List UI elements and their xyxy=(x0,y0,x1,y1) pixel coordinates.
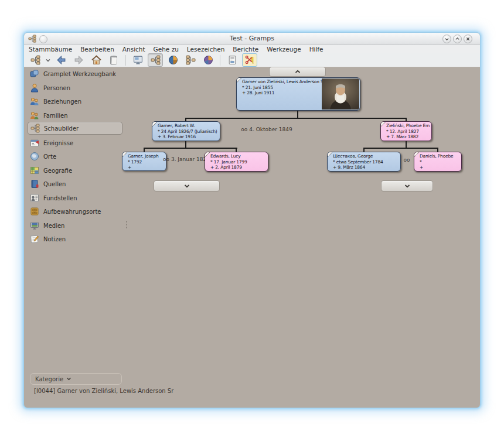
back-arrow-icon xyxy=(56,55,66,65)
toolbar-dropdown-button[interactable] xyxy=(45,54,51,66)
connector-line xyxy=(185,118,407,119)
person-birth: * 12. April 1827 xyxy=(386,129,430,135)
person-box-grandfather-maternal[interactable]: Шестаков, George * etwa September 1784 +… xyxy=(327,152,401,172)
person-death: + 2. April 1879 xyxy=(210,165,266,170)
titlebar[interactable]: Test - Gramps xyxy=(24,33,480,45)
sidebar-item-aufbewahrungsorte[interactable]: Aufbewahrungsorte xyxy=(28,205,122,218)
person-birth: * 24 April 1826/7 (Julianisch) xyxy=(158,129,218,135)
splitter-grip[interactable] xyxy=(125,220,128,228)
tools-button[interactable] xyxy=(242,53,257,67)
gramps-menu-button[interactable] xyxy=(28,53,43,67)
connector-line xyxy=(144,148,237,149)
sidebar-item-label: Geografie xyxy=(43,167,72,174)
minimize-button[interactable] xyxy=(442,35,451,43)
person-icon xyxy=(30,83,39,93)
person-death: + 9. März 1864 xyxy=(333,165,399,170)
chevron-up-icon xyxy=(455,37,459,41)
clipboard-button[interactable] xyxy=(106,53,121,67)
pedigree-view-button[interactable] xyxy=(148,53,163,67)
menubar: Stammbäume Bearbeiten Ansicht Gehe zu Le… xyxy=(24,45,480,53)
home-button[interactable] xyxy=(88,53,104,67)
collapse-ancestors-button[interactable] xyxy=(269,67,326,77)
status-bar: [I0044] Garner von Zieliński, Lewis Ande… xyxy=(34,388,173,394)
window-title: Test - Gramps xyxy=(24,35,480,42)
dashboard-view-button[interactable] xyxy=(130,53,145,67)
fanchart2-view-button[interactable] xyxy=(200,53,216,67)
person-death: + xyxy=(128,165,164,170)
person-box-grandmother-paternal[interactable]: Edwards, Lucy * 17. Januar 1799 + 2. Apr… xyxy=(205,152,268,172)
sidebar-item-medien[interactable]: Medien xyxy=(28,219,122,232)
sidebar-item-ereignisse[interactable]: Ereignisse xyxy=(28,136,122,149)
menu-werkzeuge[interactable]: Werkzeuge xyxy=(267,46,301,53)
sidebar-item-personen[interactable]: Personen xyxy=(28,81,122,94)
category-expander-button[interactable]: Kategorie xyxy=(30,373,122,385)
person-death: + xyxy=(420,165,459,170)
person-name: Garner, Robert W. xyxy=(158,123,218,129)
sidebar-item-label: Fundstellen xyxy=(43,195,77,201)
fanchart-view-icon xyxy=(168,55,178,65)
reports-icon xyxy=(227,55,237,65)
descendant-view-button[interactable] xyxy=(183,53,198,67)
marriage-label: oo xyxy=(401,157,413,163)
charts-icon xyxy=(30,124,40,133)
notes-icon xyxy=(30,234,39,244)
sidebar-item-label: Aufbewahrungsorte xyxy=(43,208,101,215)
sidebar-item-notizen[interactable]: Notizen xyxy=(28,233,122,245)
sidebar-item-familien[interactable]: Familien xyxy=(28,109,122,122)
person-name: Edwards, Lucy xyxy=(210,153,266,159)
menu-gehe-zu[interactable]: Gehe zu xyxy=(154,46,179,53)
connector-line xyxy=(363,148,438,149)
person-box-mother[interactable]: Zieliński, Phoebe Emily * 12. April 1827… xyxy=(380,121,432,141)
gramplet-icon xyxy=(30,69,39,78)
pedigree-view-icon xyxy=(151,55,161,65)
sidebar-item-label: Notizen xyxy=(43,236,66,242)
sidebar-item-schaubilder[interactable]: Schaubilder xyxy=(28,122,122,135)
chevron-down-icon xyxy=(445,37,449,41)
menu-lesezeichen[interactable]: Lesezeichen xyxy=(187,46,225,53)
back-button[interactable] xyxy=(53,53,69,67)
close-button[interactable] xyxy=(464,35,472,43)
sidebar-item-label: Gramplet Werkzeugbank xyxy=(43,71,116,77)
sidebar-item-label: Familien xyxy=(43,112,68,119)
clipboard-icon xyxy=(109,55,119,65)
gramps-window: Test - Gramps Stammbäume Bearbeiten Ansi… xyxy=(23,32,481,408)
toolbar-separator xyxy=(220,55,220,66)
person-box-father[interactable]: Garner, Robert W. * 24 April 1826/7 (Jul… xyxy=(152,121,220,141)
chevron-down-icon xyxy=(404,184,410,188)
expand-paternal-button[interactable] xyxy=(154,180,220,192)
menu-berichte[interactable]: Berichte xyxy=(233,46,258,53)
person-name: Шестаков, George xyxy=(333,153,399,159)
person-box-active[interactable]: Garner von Zieliński, Lewis Anderson Sr … xyxy=(236,77,360,111)
sidebar-item-label: Ereignisse xyxy=(43,140,73,146)
sidebar-item-fundstellen[interactable]: Fundstellen xyxy=(28,192,122,204)
maximize-button[interactable] xyxy=(453,35,462,43)
chevron-down-icon xyxy=(46,59,50,62)
menu-ansicht[interactable]: Ansicht xyxy=(122,46,145,53)
sidebar-item-orte[interactable]: Orte xyxy=(28,150,122,163)
citations-icon xyxy=(30,193,39,203)
category-label: Kategorie xyxy=(35,376,63,382)
fanchart-view-button[interactable] xyxy=(165,53,181,67)
person-box-grandmother-maternal[interactable]: Daniels, Phoebe * + xyxy=(414,152,462,172)
person-name: Garner von Zieliński, Lewis Anderson Sr xyxy=(242,79,328,85)
forward-arrow-icon xyxy=(74,55,84,65)
tools-icon xyxy=(245,55,255,65)
menu-hilfe[interactable]: Hilfe xyxy=(309,46,323,53)
media-icon xyxy=(30,221,39,230)
menu-stammbaeume[interactable]: Stammbäume xyxy=(29,46,72,53)
families-icon xyxy=(30,111,39,120)
sidebar-item-quellen[interactable]: Quellen xyxy=(28,177,122,190)
sidebar-item-beziehungen[interactable]: Beziehungen xyxy=(28,95,122,108)
forward-button[interactable] xyxy=(71,53,86,67)
sidebar-item-gramplets[interactable]: Gramplet Werkzeugbank xyxy=(28,67,122,80)
sources-icon xyxy=(30,179,39,189)
sidebar-item-label: Medien xyxy=(43,223,64,229)
chevron-up-icon xyxy=(295,70,301,74)
menu-bearbeiten[interactable]: Bearbeiten xyxy=(80,46,114,53)
person-birth: * etwa September 1784 xyxy=(333,159,399,165)
expand-maternal-button[interactable] xyxy=(381,180,433,192)
reports-button[interactable] xyxy=(224,53,240,67)
person-birth: * xyxy=(420,159,459,165)
person-photo xyxy=(322,78,359,110)
sidebar-item-geografie[interactable]: Geografie xyxy=(28,164,122,177)
